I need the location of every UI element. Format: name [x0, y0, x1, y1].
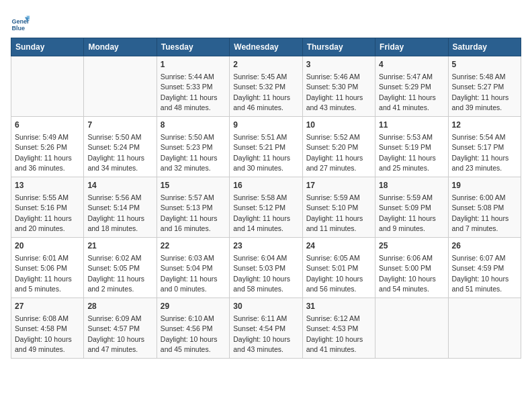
day-detail: Sunrise: 6:09 AM Sunset: 4:57 PM Dayligh…	[87, 314, 144, 353]
calendar-cell	[11, 56, 84, 117]
day-detail: Sunrise: 5:58 AM Sunset: 5:12 PM Dayligh…	[233, 193, 290, 232]
day-detail: Sunrise: 5:48 AM Sunset: 5:27 PM Dayligh…	[452, 73, 509, 111]
calendar-cell: 27Sunrise: 6:08 AM Sunset: 4:58 PM Dayli…	[11, 298, 84, 359]
calendar-cell: 28Sunrise: 6:09 AM Sunset: 4:57 PM Dayli…	[84, 298, 157, 359]
day-number: 18	[379, 180, 444, 191]
day-detail: Sunrise: 5:55 AM Sunset: 5:16 PM Dayligh…	[15, 193, 72, 232]
day-detail: Sunrise: 6:04 AM Sunset: 5:03 PM Dayligh…	[233, 254, 290, 293]
weekday-thursday: Thursday	[302, 38, 375, 56]
day-number: 11	[379, 120, 444, 131]
day-detail: Sunrise: 6:07 AM Sunset: 4:59 PM Dayligh…	[452, 254, 509, 293]
weekday-saturday: Saturday	[448, 38, 521, 56]
calendar-cell: 7Sunrise: 5:50 AM Sunset: 5:24 PM Daylig…	[84, 117, 157, 177]
calendar-cell: 24Sunrise: 6:05 AM Sunset: 5:01 PM Dayli…	[302, 238, 375, 298]
day-number: 10	[306, 120, 371, 131]
calendar-body: 1Sunrise: 5:44 AM Sunset: 5:33 PM Daylig…	[11, 56, 521, 359]
calendar-cell: 10Sunrise: 5:52 AM Sunset: 5:20 PM Dayli…	[302, 117, 375, 177]
day-number: 8	[161, 120, 226, 131]
day-detail: Sunrise: 5:47 AM Sunset: 5:29 PM Dayligh…	[379, 73, 436, 111]
day-number: 26	[452, 240, 517, 252]
day-detail: Sunrise: 5:53 AM Sunset: 5:19 PM Dayligh…	[379, 133, 436, 172]
day-detail: Sunrise: 5:57 AM Sunset: 5:13 PM Dayligh…	[161, 193, 218, 232]
weekday-friday: Friday	[375, 38, 448, 56]
day-number: 7	[87, 120, 152, 131]
day-number: 2	[233, 59, 298, 71]
weekday-monday: Monday	[84, 38, 157, 56]
day-number: 15	[161, 180, 226, 191]
day-number: 13	[15, 180, 80, 191]
calendar-cell: 19Sunrise: 6:00 AM Sunset: 5:08 PM Dayli…	[448, 177, 521, 238]
calendar-table: SundayMondayTuesdayWednesdayThursdayFrid…	[11, 38, 521, 359]
svg-text:Blue: Blue	[11, 25, 25, 32]
day-number: 5	[452, 59, 517, 71]
calendar-cell: 31Sunrise: 6:12 AM Sunset: 4:53 PM Dayli…	[302, 298, 375, 359]
calendar-cell: 2Sunrise: 5:45 AM Sunset: 5:32 PM Daylig…	[230, 56, 302, 117]
day-detail: Sunrise: 6:06 AM Sunset: 5:00 PM Dayligh…	[379, 254, 436, 293]
day-detail: Sunrise: 5:51 AM Sunset: 5:21 PM Dayligh…	[233, 133, 290, 172]
day-number: 20	[15, 240, 80, 252]
day-detail: Sunrise: 6:01 AM Sunset: 5:06 PM Dayligh…	[15, 254, 72, 293]
calendar-cell: 26Sunrise: 6:07 AM Sunset: 4:59 PM Dayli…	[448, 238, 521, 298]
calendar-cell: 16Sunrise: 5:58 AM Sunset: 5:12 PM Dayli…	[230, 177, 302, 238]
day-detail: Sunrise: 6:08 AM Sunset: 4:58 PM Dayligh…	[15, 314, 72, 353]
calendar-cell: 23Sunrise: 6:04 AM Sunset: 5:03 PM Dayli…	[230, 238, 302, 298]
calendar-cell: 29Sunrise: 6:10 AM Sunset: 4:56 PM Dayli…	[157, 298, 229, 359]
calendar-cell: 6Sunrise: 5:49 AM Sunset: 5:26 PM Daylig…	[11, 117, 84, 177]
day-detail: Sunrise: 5:59 AM Sunset: 5:10 PM Dayligh…	[306, 193, 363, 232]
day-detail: Sunrise: 5:59 AM Sunset: 5:09 PM Dayligh…	[379, 193, 436, 232]
day-detail: Sunrise: 5:46 AM Sunset: 5:30 PM Dayligh…	[306, 73, 363, 111]
day-detail: Sunrise: 5:52 AM Sunset: 5:20 PM Dayligh…	[306, 133, 363, 172]
day-number: 6	[15, 120, 80, 131]
day-detail: Sunrise: 5:49 AM Sunset: 5:26 PM Dayligh…	[15, 133, 72, 172]
day-number: 22	[161, 240, 226, 252]
day-detail: Sunrise: 6:02 AM Sunset: 5:05 PM Dayligh…	[87, 254, 144, 293]
day-number: 1	[161, 59, 226, 71]
day-number: 21	[87, 240, 152, 252]
calendar-cell: 17Sunrise: 5:59 AM Sunset: 5:10 PM Dayli…	[302, 177, 375, 238]
day-number: 17	[306, 180, 371, 191]
day-number: 23	[233, 240, 298, 252]
calendar-week-1: 6Sunrise: 5:49 AM Sunset: 5:26 PM Daylig…	[11, 117, 521, 177]
calendar-cell: 8Sunrise: 5:50 AM Sunset: 5:23 PM Daylig…	[157, 117, 229, 177]
weekday-tuesday: Tuesday	[157, 38, 229, 56]
calendar-cell	[448, 298, 521, 359]
calendar-cell: 1Sunrise: 5:44 AM Sunset: 5:33 PM Daylig…	[157, 56, 229, 117]
calendar-cell	[375, 298, 448, 359]
day-detail: Sunrise: 6:10 AM Sunset: 4:56 PM Dayligh…	[161, 314, 218, 353]
calendar-cell: 30Sunrise: 6:11 AM Sunset: 4:54 PM Dayli…	[230, 298, 302, 359]
weekday-sunday: Sunday	[11, 38, 84, 56]
day-number: 4	[379, 59, 444, 71]
day-detail: Sunrise: 6:05 AM Sunset: 5:01 PM Dayligh…	[306, 254, 363, 293]
calendar-cell: 20Sunrise: 6:01 AM Sunset: 5:06 PM Dayli…	[11, 238, 84, 298]
calendar-cell: 13Sunrise: 5:55 AM Sunset: 5:16 PM Dayli…	[11, 177, 84, 238]
day-detail: Sunrise: 5:54 AM Sunset: 5:17 PM Dayligh…	[452, 133, 509, 172]
calendar-week-3: 20Sunrise: 6:01 AM Sunset: 5:06 PM Dayli…	[11, 238, 521, 298]
day-number: 12	[452, 120, 517, 131]
calendar-cell: 25Sunrise: 6:06 AM Sunset: 5:00 PM Dayli…	[375, 238, 448, 298]
calendar-week-2: 13Sunrise: 5:55 AM Sunset: 5:16 PM Dayli…	[11, 177, 521, 238]
calendar-cell: 22Sunrise: 6:03 AM Sunset: 5:04 PM Dayli…	[157, 238, 229, 298]
calendar-cell: 11Sunrise: 5:53 AM Sunset: 5:19 PM Dayli…	[375, 117, 448, 177]
calendar-week-4: 27Sunrise: 6:08 AM Sunset: 4:58 PM Dayli…	[11, 298, 521, 359]
day-number: 28	[87, 301, 152, 312]
weekday-header-row: SundayMondayTuesdayWednesdayThursdayFrid…	[11, 38, 521, 56]
day-detail: Sunrise: 6:00 AM Sunset: 5:08 PM Dayligh…	[452, 193, 509, 232]
day-number: 9	[233, 120, 298, 131]
day-number: 14	[87, 180, 152, 191]
calendar-cell: 18Sunrise: 5:59 AM Sunset: 5:09 PM Dayli…	[375, 177, 448, 238]
day-number: 24	[306, 240, 371, 252]
day-detail: Sunrise: 6:11 AM Sunset: 4:54 PM Dayligh…	[233, 314, 290, 353]
day-number: 27	[15, 301, 80, 312]
day-number: 30	[233, 301, 298, 312]
day-detail: Sunrise: 5:44 AM Sunset: 5:33 PM Dayligh…	[161, 73, 218, 111]
calendar-cell	[84, 56, 157, 117]
day-number: 29	[161, 301, 226, 312]
calendar-cell: 4Sunrise: 5:47 AM Sunset: 5:29 PM Daylig…	[375, 56, 448, 117]
calendar-cell: 9Sunrise: 5:51 AM Sunset: 5:21 PM Daylig…	[230, 117, 302, 177]
calendar-cell: 5Sunrise: 5:48 AM Sunset: 5:27 PM Daylig…	[448, 56, 521, 117]
day-detail: Sunrise: 6:03 AM Sunset: 5:04 PM Dayligh…	[161, 254, 218, 293]
day-detail: Sunrise: 5:50 AM Sunset: 5:23 PM Dayligh…	[161, 133, 218, 172]
day-number: 19	[452, 180, 517, 191]
day-detail: Sunrise: 5:56 AM Sunset: 5:14 PM Dayligh…	[87, 193, 144, 232]
day-detail: Sunrise: 5:45 AM Sunset: 5:32 PM Dayligh…	[233, 73, 290, 111]
